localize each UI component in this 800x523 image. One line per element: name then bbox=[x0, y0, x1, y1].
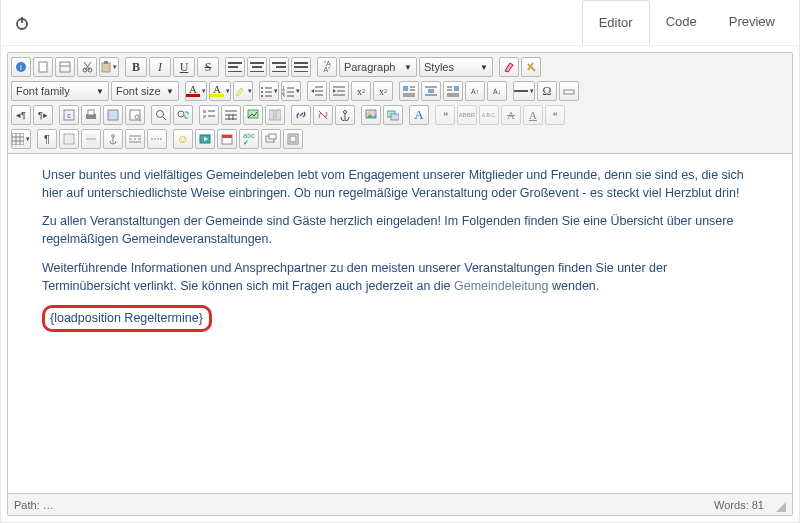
list-gallery-icon[interactable] bbox=[199, 105, 219, 125]
ins-button[interactable]: A bbox=[523, 105, 543, 125]
shortcode-line[interactable]: {loadposition Regeltermine} bbox=[42, 305, 758, 332]
align-right-button[interactable] bbox=[269, 57, 289, 77]
unlink-button[interactable] bbox=[313, 105, 333, 125]
float-left-icon[interactable] bbox=[399, 81, 419, 101]
del-button[interactable]: A bbox=[501, 105, 521, 125]
indent-button[interactable] bbox=[329, 81, 349, 101]
paragraph-select[interactable]: Paragraph▼ bbox=[339, 57, 417, 77]
table-split-icon[interactable] bbox=[221, 105, 241, 125]
ol-button[interactable]: 123 bbox=[281, 81, 301, 101]
cut-icon[interactable] bbox=[77, 57, 97, 77]
preview-button[interactable] bbox=[125, 105, 145, 125]
tool-b-icon[interactable] bbox=[81, 129, 101, 149]
svg-text:c: c bbox=[67, 112, 71, 119]
image2-icon[interactable] bbox=[243, 105, 263, 125]
font-size-select[interactable]: Font size▼ bbox=[111, 81, 179, 101]
sub-button[interactable]: x2 bbox=[373, 81, 393, 101]
resize-handle-icon[interactable] bbox=[772, 498, 786, 512]
hr-button[interactable] bbox=[513, 81, 535, 101]
editor-window: Editor Code Preview i B I U S bbox=[0, 0, 800, 523]
svg-rect-50 bbox=[108, 110, 118, 120]
image-button[interactable] bbox=[361, 105, 381, 125]
acronym-button[interactable]: A.B.C. bbox=[479, 105, 499, 125]
charmap-button[interactable]: Ω bbox=[537, 81, 557, 101]
spellcheck-button[interactable]: abc✔ bbox=[239, 129, 259, 149]
float-right-icon[interactable] bbox=[443, 81, 463, 101]
tab-preview[interactable]: Preview bbox=[713, 0, 791, 45]
nbsp-button[interactable] bbox=[559, 81, 579, 101]
rtl-button[interactable]: ¶▸ bbox=[33, 105, 53, 125]
ul-button[interactable] bbox=[259, 81, 279, 101]
replace-button[interactable] bbox=[173, 105, 193, 125]
clear-formatting2-icon[interactable] bbox=[521, 57, 541, 77]
paragraph-2[interactable]: Zu allen Veranstaltungen der Gemeinde si… bbox=[42, 212, 758, 248]
iframe-button[interactable] bbox=[283, 129, 303, 149]
svg-rect-12 bbox=[104, 61, 108, 64]
case-lower-icon[interactable]: A↓ bbox=[487, 81, 507, 101]
paste-icon[interactable] bbox=[99, 57, 119, 77]
paragraph-1[interactable]: Unser buntes und vielfältiges Gemeindele… bbox=[42, 166, 758, 202]
styles-popup-icon[interactable]: "AA" bbox=[317, 57, 337, 77]
media-manager-button[interactable] bbox=[383, 105, 403, 125]
underline-button[interactable]: U bbox=[173, 57, 195, 77]
editor-canvas[interactable]: Unser buntes und vielfältiges Gemeindele… bbox=[8, 154, 792, 493]
tab-code[interactable]: Code bbox=[650, 0, 713, 45]
svg-rect-49 bbox=[88, 110, 94, 115]
italic-button[interactable]: I bbox=[149, 57, 171, 77]
info-icon[interactable]: i bbox=[11, 57, 31, 77]
toolbar-row-1: i B I U S "AA" Para bbox=[10, 55, 790, 79]
abbr-button[interactable]: ABBR bbox=[457, 105, 477, 125]
svg-rect-45 bbox=[564, 90, 574, 94]
layer-button[interactable] bbox=[261, 129, 281, 149]
bold-button[interactable]: B bbox=[125, 57, 147, 77]
pagebreak-icon[interactable] bbox=[125, 129, 145, 149]
font-family-select[interactable]: Font family▼ bbox=[11, 81, 109, 101]
svg-point-73 bbox=[368, 112, 370, 114]
svg-line-55 bbox=[163, 117, 166, 120]
show-blocks-button[interactable]: ¶ bbox=[37, 129, 57, 149]
align-center-button[interactable] bbox=[247, 57, 267, 77]
source-button[interactable]: c bbox=[59, 105, 79, 125]
columns-icon[interactable] bbox=[265, 105, 285, 125]
fullscreen-button[interactable] bbox=[103, 105, 123, 125]
ltr-button[interactable]: ◂¶ bbox=[11, 105, 31, 125]
templates-icon[interactable] bbox=[55, 57, 75, 77]
date-button[interactable] bbox=[217, 129, 237, 149]
emoticons-button[interactable]: ☺ bbox=[173, 129, 193, 149]
toolbar-row-2: Font family▼ Font size▼ A A 123 x2 x2 bbox=[10, 79, 790, 103]
media-button[interactable] bbox=[195, 129, 215, 149]
highlight-button[interactable] bbox=[233, 81, 253, 101]
gemeindeleitung-link[interactable]: Gemeindeleitung bbox=[454, 279, 549, 293]
power-icon[interactable] bbox=[9, 10, 35, 36]
blockquote-close-icon[interactable]: ❝ bbox=[545, 105, 565, 125]
styles-select[interactable]: Styles▼ bbox=[419, 57, 493, 77]
sup-button[interactable]: x2 bbox=[351, 81, 371, 101]
case-upper-icon[interactable]: A↑ bbox=[465, 81, 485, 101]
readmore-icon[interactable] bbox=[147, 129, 167, 149]
paragraph-3[interactable]: Weiterführende Informationen und Ansprec… bbox=[42, 259, 758, 295]
word-count: Words: 81 bbox=[714, 499, 764, 511]
print-button[interactable] bbox=[81, 105, 101, 125]
text-style-button[interactable]: A bbox=[409, 105, 429, 125]
link-button[interactable] bbox=[291, 105, 311, 125]
strikethrough-button[interactable]: S bbox=[197, 57, 219, 77]
align-left-button[interactable] bbox=[225, 57, 245, 77]
tool-a-icon[interactable] bbox=[59, 129, 79, 149]
svg-rect-11 bbox=[102, 63, 110, 72]
svg-rect-76 bbox=[12, 133, 24, 145]
anchor-button[interactable] bbox=[335, 105, 355, 125]
find-button[interactable] bbox=[151, 105, 171, 125]
backcolor-button[interactable]: A bbox=[209, 81, 231, 101]
forecolor-button[interactable]: A bbox=[185, 81, 207, 101]
tab-editor[interactable]: Editor bbox=[582, 0, 650, 45]
paragraph-3b: wenden. bbox=[549, 279, 600, 293]
blockquote-open-icon[interactable]: ❝ bbox=[435, 105, 455, 125]
svg-rect-39 bbox=[454, 86, 459, 91]
align-justify-button[interactable] bbox=[291, 57, 311, 77]
table-button[interactable] bbox=[11, 129, 31, 149]
float-none-icon[interactable] bbox=[421, 81, 441, 101]
new-doc-icon[interactable] bbox=[33, 57, 53, 77]
clear-formatting-icon[interactable] bbox=[499, 57, 519, 77]
anchor2-icon[interactable] bbox=[103, 129, 123, 149]
outdent-button[interactable] bbox=[307, 81, 327, 101]
